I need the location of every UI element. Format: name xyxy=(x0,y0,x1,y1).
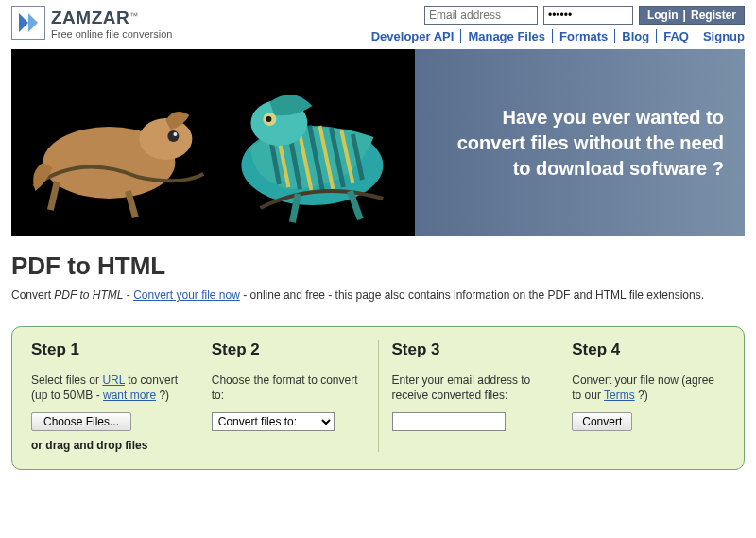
step-3: Step 3 Enter your email address to recei… xyxy=(379,340,559,452)
brand-tagline: Free online file conversion xyxy=(51,28,172,40)
format-select[interactable]: Convert files to: xyxy=(212,412,335,431)
page-subtitle: Convert PDF to HTML - Convert your file … xyxy=(0,288,756,319)
hero-banner: Have you ever wanted to convert files wi… xyxy=(11,49,745,236)
step-3-text: Enter your email address to receive conv… xyxy=(392,373,545,403)
nav-developer-api[interactable]: Developer API xyxy=(365,29,462,43)
logo-area: ZAMZAR™ Free online file conversion xyxy=(11,6,172,40)
nav-manage-files[interactable]: Manage Files xyxy=(461,29,553,43)
register-label: Register xyxy=(691,9,736,22)
brand-tm: ™ xyxy=(129,11,138,21)
banner-image xyxy=(11,49,415,236)
header-right: Login | Register Developer API Manage Fi… xyxy=(365,6,745,43)
drag-drop-text: or drag and drop files xyxy=(31,439,184,452)
step-1-title: Step 1 xyxy=(31,340,184,359)
svg-point-4 xyxy=(139,118,192,160)
password-input[interactable] xyxy=(543,6,633,25)
svg-point-10 xyxy=(266,116,271,122)
banner-text-panel: Have you ever wanted to convert files wi… xyxy=(415,49,745,236)
convert-button[interactable]: Convert xyxy=(572,412,632,431)
convert-now-link[interactable]: Convert your file now xyxy=(133,288,240,302)
svg-point-5 xyxy=(167,130,179,142)
nav-formats[interactable]: Formats xyxy=(553,29,615,43)
login-label: Login xyxy=(647,9,679,22)
email-input[interactable] xyxy=(424,6,538,25)
login-row: Login | Register xyxy=(365,6,745,25)
step-4-text: Convert your file now (agree to our Term… xyxy=(572,373,725,403)
nav-faq[interactable]: FAQ xyxy=(657,29,696,43)
receive-email-input[interactable] xyxy=(392,412,506,431)
header: ZAMZAR™ Free online file conversion Logi… xyxy=(0,0,756,43)
want-more-link[interactable]: want more xyxy=(103,389,156,402)
logo-icon xyxy=(11,6,45,40)
step-4: Step 4 Convert your file now (agree to o… xyxy=(558,340,729,452)
nav-blog[interactable]: Blog xyxy=(615,29,657,43)
svg-marker-0 xyxy=(19,13,28,32)
step-3-title: Step 3 xyxy=(392,340,545,359)
step-2: Step 2 Choose the format to convert to: … xyxy=(198,340,379,452)
nav-signup[interactable]: Signup xyxy=(696,29,745,43)
steps-panel: Step 1 Select files or URL to convert (u… xyxy=(11,326,745,470)
svg-marker-1 xyxy=(28,13,38,32)
terms-link[interactable]: Terms xyxy=(604,389,635,402)
svg-point-6 xyxy=(173,132,177,136)
step-1-text: Select files or URL to convert (up to 50… xyxy=(31,373,184,403)
url-link[interactable]: URL xyxy=(102,373,125,387)
step-1: Step 1 Select files or URL to convert (u… xyxy=(27,340,198,452)
choose-files-button[interactable]: Choose Files... xyxy=(31,412,131,431)
brand-name: ZAMZAR xyxy=(51,8,129,27)
step-2-title: Step 2 xyxy=(212,340,365,359)
page-title: PDF to HTML xyxy=(0,236,756,288)
banner-headline: Have you ever wanted to convert files wi… xyxy=(436,105,724,182)
brand-block: ZAMZAR™ Free online file conversion xyxy=(51,8,172,40)
step-2-text: Choose the format to convert to: xyxy=(212,373,365,403)
nav-links: Developer API Manage Files Formats Blog … xyxy=(365,29,745,43)
step-4-title: Step 4 xyxy=(572,340,725,359)
login-register-button[interactable]: Login | Register xyxy=(639,6,745,25)
